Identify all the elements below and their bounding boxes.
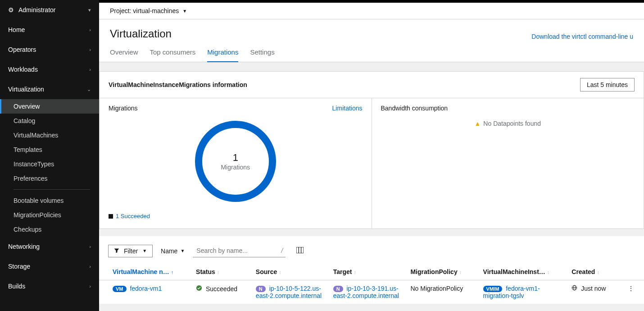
col-header-source[interactable]: Source↕ — [250, 264, 328, 280]
node-badge: N — [256, 286, 266, 292]
caret-down-icon: ▼ — [180, 248, 185, 253]
chevron-right-icon: › — [89, 47, 91, 52]
status-text: Succeeded — [206, 285, 237, 293]
sidebar-sub-virtualmachines[interactable]: VirtualMachines — [0, 128, 99, 142]
tab-overview[interactable]: Overview — [110, 48, 138, 62]
caret-down-icon: ▼ — [182, 9, 187, 14]
project-selector[interactable]: Project: virtual-machines ▼ — [99, 3, 644, 19]
sidebar-item-operators[interactable]: Operators › — [0, 40, 99, 59]
bandwidth-panel-title: Bandwidth consumption — [381, 105, 448, 112]
warning-icon: ▲ — [475, 120, 481, 127]
column-management-button[interactable] — [296, 247, 304, 255]
vm-badge: VM — [113, 286, 127, 292]
chevron-right-icon: › — [89, 284, 91, 289]
bandwidth-panel: Bandwidth consumption ▲ No Datapoints fo… — [372, 98, 644, 229]
table-toolbar: Filter ▼ Name ▼ / — [99, 236, 644, 264]
policy-cell: No MigrationPolicy — [405, 280, 477, 304]
sort-icon: ↕ — [459, 270, 462, 275]
sidebar-item-home[interactable]: Home › — [0, 20, 99, 40]
sort-icon: ↕ — [217, 270, 220, 275]
sort-asc-icon: ↑ — [171, 270, 174, 275]
sidebar-item-storage[interactable]: Storage › — [0, 256, 99, 276]
col-header-policy[interactable]: MigrationPolicy↕ — [405, 264, 477, 280]
col-header-vmim[interactable]: VirtualMachineInst…↕ — [478, 264, 567, 280]
tab-migrations[interactable]: Migrations — [207, 48, 238, 62]
limitations-link[interactable]: Limitations — [332, 105, 363, 112]
caret-down-icon: ▼ — [142, 248, 147, 253]
sidebar-sub-instancetypes[interactable]: InstanceTypes — [0, 157, 99, 171]
svg-rect-0 — [296, 247, 304, 253]
kebab-menu-button[interactable]: ⋮ — [623, 283, 639, 294]
sidebar-item-builds[interactable]: Builds › — [0, 276, 99, 296]
tab-top-consumers[interactable]: Top consumers — [150, 48, 196, 62]
sidebar-sub-overview[interactable]: Overview — [0, 99, 99, 114]
slash-hint: / — [278, 247, 286, 254]
col-header-status[interactable]: Status↕ — [190, 264, 250, 280]
donut-legend[interactable]: 1 Succeeded — [109, 213, 363, 220]
created-text: Just now — [581, 285, 606, 292]
main-content: Project: virtual-machines ▼ Virtualizati… — [99, 0, 644, 311]
sidebar-item-workloads[interactable]: Workloads › — [0, 59, 99, 79]
filter-icon — [114, 247, 119, 255]
chevron-right-icon: › — [89, 264, 91, 269]
table-header-row: VirtualMachine n…↑ Status↕ Source↕ Targe… — [99, 264, 644, 280]
sidebar: ⚙ Administrator ▾ Home › Operators › Wor… — [0, 0, 99, 311]
migrations-donut-chart: 1 Migrations — [195, 121, 276, 202]
sidebar-sub-catalog[interactable]: Catalog — [0, 114, 99, 128]
col-header-vm[interactable]: VirtualMachine n…↑ — [99, 264, 190, 280]
perspective-switcher[interactable]: ⚙ Administrator ▾ — [0, 0, 99, 20]
time-range-select[interactable]: Last 5 minutes — [580, 78, 635, 91]
migrations-panel-title: Migrations — [109, 105, 138, 112]
sidebar-item-virtualization[interactable]: Virtualization ⌄ — [0, 79, 99, 99]
sidebar-divider — [14, 189, 90, 190]
tabs: Overview Top consumers Migrations Settin… — [99, 40, 644, 62]
search-field-selector[interactable]: Name ▼ — [159, 245, 186, 257]
gear-icon: ⚙ — [8, 6, 14, 14]
chevron-right-icon: › — [89, 67, 91, 72]
sidebar-item-networking[interactable]: Networking › — [0, 237, 99, 256]
sidebar-sub-migrationpolicies[interactable]: MigrationPolicies — [0, 208, 99, 222]
project-label: Project: virtual-machines — [110, 7, 179, 14]
sidebar-sub-templates[interactable]: Templates — [0, 142, 99, 157]
vm-link[interactable]: fedora-vm1 — [130, 285, 162, 292]
vmim-badge: VMIM — [483, 286, 503, 292]
sort-icon: ↕ — [597, 270, 599, 275]
sort-icon: ↕ — [547, 270, 550, 275]
donut-label: Migrations — [221, 164, 250, 171]
search-wrap: / — [193, 244, 286, 257]
chevron-down-icon: ⌄ — [87, 87, 91, 92]
migrations-info-card: VirtualMachineInstanceMigrations informa… — [99, 71, 644, 229]
sidebar-sub-checkups[interactable]: Checkups — [0, 222, 99, 237]
migrations-panel: Migrations Limitations 1 Migrations 1 Su… — [100, 98, 372, 229]
admin-label: Administrator — [18, 6, 55, 14]
chevron-right-icon: › — [89, 27, 91, 32]
caret-down-icon: ▾ — [88, 7, 91, 13]
source-node-link[interactable]: ip-10-10-5-122.us-east-2.compute.interna… — [256, 285, 322, 299]
globe-icon — [571, 285, 579, 292]
chevron-right-icon: › — [89, 244, 91, 249]
download-virtctl-link[interactable]: Download the virtctl command-line u — [531, 33, 633, 40]
no-data-text: No Datapoints found — [483, 120, 541, 127]
sidebar-sub-bootable-volumes[interactable]: Bootable volumes — [0, 193, 99, 208]
sort-icon: ↕ — [354, 270, 356, 275]
donut-value: 1 — [233, 152, 238, 164]
card-title: VirtualMachineInstanceMigrations informa… — [109, 81, 247, 88]
page-title: Virtualization — [110, 27, 172, 40]
table-row: VM fedora-vm1 Succeeded N ip-10-10-5-122… — [99, 280, 644, 304]
sort-icon: ↕ — [279, 270, 281, 275]
tab-settings[interactable]: Settings — [250, 48, 274, 62]
search-input[interactable] — [193, 244, 278, 257]
migrations-table: VirtualMachine n…↑ Status↕ Source↕ Targe… — [99, 264, 644, 304]
legend-swatch — [109, 214, 113, 219]
col-header-created[interactable]: Created↕ — [566, 264, 618, 280]
sidebar-sub-preferences[interactable]: Preferences — [0, 171, 99, 186]
check-circle-icon — [196, 285, 204, 293]
filter-button[interactable]: Filter ▼ — [108, 245, 153, 257]
target-node-link[interactable]: ip-10-10-3-191.us-east-2.compute.interna… — [333, 285, 399, 299]
node-badge: N — [333, 286, 343, 292]
col-header-target[interactable]: Target↕ — [328, 264, 405, 280]
